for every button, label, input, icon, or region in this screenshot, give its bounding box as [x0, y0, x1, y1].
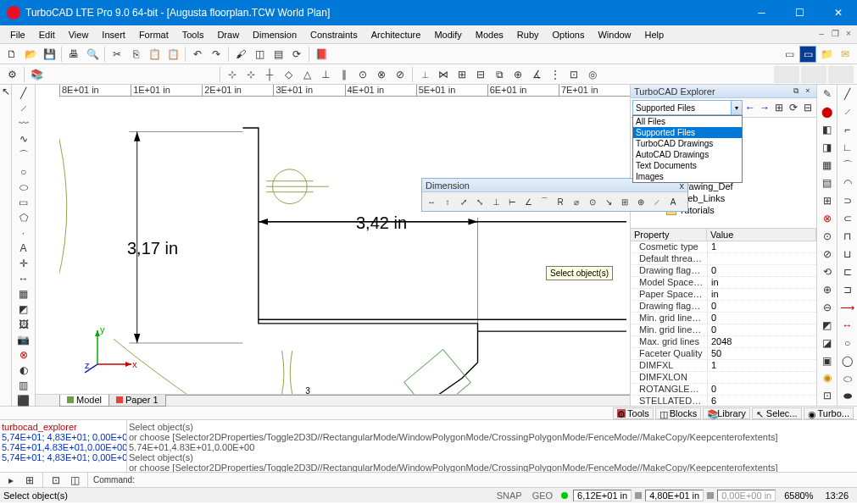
r2-12[interactable]: ⊐: [839, 281, 856, 297]
dim-vert[interactable]: ↕: [440, 194, 455, 209]
r2-16[interactable]: ◯: [839, 352, 856, 368]
dim-txt[interactable]: A: [665, 194, 681, 209]
tab-paper[interactable]: Paper 1: [109, 395, 166, 407]
rotate-button[interactable]: ⟳: [288, 46, 305, 63]
rect-tool[interactable]: ▭: [14, 196, 33, 209]
snap-16[interactable]: ⊕: [509, 66, 526, 83]
construct-tool[interactable]: ✛: [14, 257, 33, 270]
mdi-minimize-icon[interactable]: –: [816, 30, 826, 40]
menu-modes[interactable]: Modes: [469, 28, 510, 42]
menu-format[interactable]: Format: [132, 28, 175, 42]
r2-8[interactable]: ⊂: [839, 211, 856, 227]
property-row[interactable]: DIMFXL1: [631, 360, 816, 372]
snap-6[interactable]: ⊥: [317, 66, 334, 83]
menu-dimension[interactable]: Dimension: [246, 28, 303, 42]
property-grid[interactable]: Cosmetic type1Default thread pitch ...Dr…: [631, 241, 816, 406]
redo-button[interactable]: ↷: [208, 46, 225, 63]
mdi-close-icon[interactable]: ×: [843, 30, 854, 40]
btab-selection[interactable]: ↖Selec...: [752, 407, 802, 419]
text-tool[interactable]: A: [14, 241, 33, 255]
r1-5[interactable]: ▦: [819, 158, 836, 174]
snap-9[interactable]: ⊗: [373, 66, 390, 83]
exp-fwd-icon[interactable]: →: [758, 101, 771, 114]
line-tool[interactable]: ╱: [14, 86, 33, 100]
property-row[interactable]: ROTANGLEOLD0: [631, 384, 816, 396]
view-mode-3[interactable]: 📁: [818, 46, 835, 63]
menu-tools[interactable]: Tools: [175, 28, 211, 42]
dim-cont[interactable]: ⊢: [504, 194, 520, 209]
property-row[interactable]: Drawing flags PS (T...0: [631, 265, 816, 277]
r1-7[interactable]: ⊞: [819, 193, 836, 209]
dim-ord[interactable]: ⊙: [585, 194, 600, 209]
preview-button[interactable]: 🔍: [84, 46, 101, 63]
r2-4[interactable]: ∟: [839, 140, 856, 156]
dim-lead[interactable]: ↘: [601, 194, 616, 209]
maximize-button[interactable]: ☐: [781, 0, 819, 25]
r1-17[interactable]: ◉: [819, 370, 836, 386]
btab-library[interactable]: 📚Library: [703, 407, 750, 419]
snap-5[interactable]: △: [298, 66, 315, 83]
console-history[interactable]: turbocad_explorer5,74E+01; 4,83E+01; 0,0…: [0, 420, 127, 472]
r1-4[interactable]: ◨: [819, 140, 836, 156]
snap-1[interactable]: ⊹: [224, 66, 241, 83]
btab-blocks[interactable]: ◫Blocks: [655, 407, 701, 419]
dim-rot[interactable]: ⤡: [472, 194, 487, 209]
save-button[interactable]: 💾: [41, 46, 58, 63]
r1-9[interactable]: ⊙: [819, 229, 836, 245]
layers-button[interactable]: ▤: [270, 46, 287, 63]
dim-tol[interactable]: ⊞: [617, 194, 632, 209]
right-slot-1[interactable]: [774, 66, 799, 83]
view-mode-1[interactable]: ▭: [781, 46, 798, 63]
r2-9[interactable]: ⊓: [839, 229, 856, 245]
r2-11[interactable]: ⊏: [839, 263, 856, 280]
minimize-button[interactable]: ─: [743, 0, 781, 25]
command-input[interactable]: [138, 474, 854, 486]
gear-icon[interactable]: ⚙: [3, 66, 20, 83]
curve-tool[interactable]: 〰: [14, 117, 33, 130]
cmd-btn-2[interactable]: ⊞: [22, 474, 37, 487]
help-icon[interactable]: 📕: [313, 46, 330, 63]
menu-draw[interactable]: Draw: [210, 28, 246, 42]
light-tool[interactable]: ⊗: [14, 348, 33, 362]
status-lock-icon[interactable]: [635, 492, 642, 499]
console-output[interactable]: Select object(s) or choose [Selector2DPr…: [127, 420, 857, 472]
cmd-btn-4[interactable]: ◫: [67, 474, 82, 487]
cmd-btn-1[interactable]: ▸: [3, 474, 19, 487]
status-zoom[interactable]: 6580%: [777, 490, 820, 501]
view-mode-2[interactable]: ▭: [799, 46, 816, 63]
snap-7[interactable]: ∥: [336, 66, 353, 83]
snap-8[interactable]: ⊙: [354, 66, 371, 83]
brush-button[interactable]: 🖌: [232, 46, 249, 63]
drawing-canvas[interactable]: 3 3,17 in 3,42 in: [59, 97, 630, 394]
menu-architecture[interactable]: Architecture: [365, 28, 428, 42]
file-filter-dropdown[interactable]: All Files Supported Files TurboCAD Drawi…: [632, 115, 743, 183]
paste-button[interactable]: 📋: [146, 46, 163, 63]
print-button[interactable]: 🖶: [65, 46, 82, 63]
right-slot-2[interactable]: [801, 66, 826, 83]
exp-up-icon[interactable]: ⊞: [772, 101, 786, 114]
dim-obl[interactable]: ⟋: [649, 194, 665, 209]
r2-14[interactable]: ↔: [839, 317, 856, 333]
snap-15[interactable]: ⧉: [491, 66, 508, 83]
r2-6[interactable]: ◠: [839, 175, 856, 191]
mdi-restore-icon[interactable]: ❐: [830, 30, 840, 40]
r2-2[interactable]: ⟋: [839, 104, 856, 120]
dim-cen[interactable]: ⊕: [633, 194, 648, 209]
snap-2[interactable]: ⊹: [242, 66, 259, 83]
exp-tree-icon[interactable]: ⊟: [801, 101, 815, 114]
ellipse-tool[interactable]: ⬭: [14, 180, 33, 194]
property-row[interactable]: Model Space Square...in: [631, 277, 816, 289]
db-button[interactable]: ◫: [251, 46, 268, 63]
property-row[interactable]: Min. grid lines V0: [631, 313, 816, 324]
status-geo[interactable]: GEO: [527, 490, 558, 501]
r1-6[interactable]: ▤: [819, 175, 836, 191]
r2-18[interactable]: ⬬: [839, 388, 856, 404]
property-row[interactable]: Drawing flags (TC21...0: [631, 301, 816, 313]
menu-modify[interactable]: Modify: [427, 28, 468, 42]
exp-refresh-icon[interactable]: ⟳: [787, 101, 800, 114]
r2-15[interactable]: ○: [839, 335, 856, 351]
btab-turbo[interactable]: ◉Turbo...: [804, 407, 854, 419]
r1-1[interactable]: ✎: [819, 86, 836, 102]
polygon-tool[interactable]: ⬠: [14, 211, 33, 224]
circle-tool[interactable]: ○: [14, 165, 33, 179]
